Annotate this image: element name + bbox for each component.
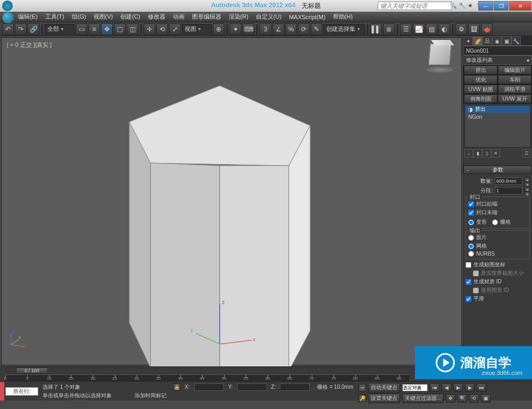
set-key-button[interactable]: 设置关键点 — [368, 394, 400, 403]
select-and-move-button[interactable]: ✥ — [101, 23, 113, 35]
mod-lathe-button[interactable]: 车削 — [498, 75, 531, 84]
object-name-field[interactable] — [463, 46, 532, 55]
selected-dropdown[interactable] — [402, 384, 428, 391]
add-time-tag-button[interactable]: 添加时间标记 — [135, 392, 167, 398]
perspective-viewport[interactable]: [ + 0 正交 ][真实 ] z — [1, 37, 462, 365]
mod-uvwmap-button[interactable]: UVW 贴图 — [464, 85, 497, 94]
lock-icon[interactable]: 🔒 — [173, 383, 180, 391]
mod-bevelprofile-button[interactable]: 倒角剖面 — [464, 94, 497, 103]
menu-edit[interactable]: 编辑(E) — [15, 12, 41, 22]
menu-graph-editors[interactable]: 图形编辑器 — [189, 12, 225, 22]
auto-key-button[interactable]: 自动关键点 — [368, 383, 400, 392]
cap-grid-radio[interactable] — [492, 219, 498, 225]
max-logo-icon[interactable] — [2, 12, 14, 23]
set-key-icon[interactable]: 🔑 — [359, 395, 366, 402]
next-frame-button[interactable]: ▶ — [465, 383, 475, 392]
mod-unwrap-button[interactable]: UVW 展开 — [498, 94, 531, 103]
nav-zoom-button[interactable]: 🔍 — [458, 394, 467, 403]
menu-rendering[interactable]: 渲染(R) — [226, 12, 252, 22]
y-coord-field[interactable] — [237, 383, 267, 391]
segments-spinner[interactable] — [495, 187, 522, 194]
wrench-icon[interactable]: 🔧 — [459, 2, 466, 10]
key-mode-icon[interactable]: ⊸ — [359, 384, 366, 391]
select-by-name-button[interactable]: ≡ — [88, 23, 100, 35]
menu-group[interactable]: 组(G) — [69, 12, 89, 22]
ref-coord-dropdown[interactable]: 视图 — [182, 24, 212, 35]
keyboard-shortcut-button[interactable]: ⌨ — [243, 23, 254, 35]
star-icon[interactable]: ★ — [468, 2, 475, 10]
goto-start-button[interactable]: ⏮ — [430, 383, 439, 392]
viewcube[interactable] — [424, 41, 456, 73]
material-editor-button[interactable]: ◐ — [438, 23, 450, 35]
scale-button[interactable]: ⤢ — [169, 23, 181, 35]
cap-morph-radio[interactable] — [468, 219, 474, 225]
configure-sets-button[interactable]: ☰ — [522, 149, 531, 158]
menu-tools[interactable]: 工具(T) — [42, 12, 68, 22]
output-mesh-radio[interactable] — [468, 243, 474, 249]
params-rollout-header[interactable]: 参数 — [463, 166, 532, 174]
schematic-view-button[interactable]: ▤ — [426, 23, 437, 35]
render-setup-button[interactable]: ⚙ — [455, 23, 467, 35]
output-patch-radio[interactable] — [468, 235, 474, 241]
window-close-button[interactable]: ✕ — [509, 1, 531, 11]
modifier-stack[interactable]: ◑ 挤出 NGon — [464, 105, 531, 148]
rendered-frame-button[interactable]: 🖼 — [468, 23, 480, 35]
edged-faces-button[interactable]: ✎ — [311, 23, 322, 35]
snap-toggle-button[interactable]: 3 — [260, 23, 271, 35]
selection-filter-dropdown[interactable]: 全部 — [45, 24, 74, 35]
time-slider[interactable]: 0 / 100 — [16, 367, 48, 374]
hierarchy-tab[interactable]: 品 — [483, 36, 492, 46]
percent-snap-button[interactable]: % — [285, 23, 297, 35]
prev-frame-button[interactable]: ◀ — [442, 383, 451, 392]
redo-button[interactable]: ↷ — [15, 23, 27, 35]
undo-button[interactable]: ↶ — [2, 23, 14, 35]
play-button[interactable]: ▶ — [453, 383, 463, 392]
window-minimize-button[interactable]: — — [478, 1, 493, 11]
mod-optimize-button[interactable]: 优化 — [464, 75, 497, 84]
mod-editpatch-button[interactable]: 编辑面片 — [498, 66, 531, 75]
create-tab[interactable]: ✦ — [463, 36, 473, 46]
cap-end-checkbox[interactable] — [468, 210, 474, 216]
show-end-result-button[interactable]: ▮ — [473, 149, 482, 158]
window-maximize-button[interactable]: ❐ — [494, 1, 509, 11]
menu-help[interactable]: 帮助(H) — [330, 12, 356, 22]
nav-max-button[interactable]: ▣ — [481, 394, 491, 403]
nav-orbit-button[interactable]: ⟲ — [469, 394, 479, 403]
menu-maxscript[interactable]: MAXScript(M) — [286, 13, 328, 21]
nav-pan-button[interactable]: ✥ — [446, 394, 455, 403]
key-filters-button[interactable]: 关键点过滤器... — [402, 394, 444, 403]
select-object-button[interactable]: ▭ — [76, 23, 87, 35]
menu-create[interactable]: 创建(C) — [117, 12, 143, 22]
amount-spinner-arrows[interactable]: ▴▾ — [525, 177, 530, 185]
spinner-snap-button[interactable]: ⟳ — [298, 23, 310, 35]
viewport-label[interactable]: [ + 0 正交 ][真实 ] — [7, 41, 52, 49]
gen-matids-checkbox[interactable] — [466, 279, 471, 285]
stack-item-ngon[interactable]: NGon — [465, 113, 530, 120]
menu-customize[interactable]: 自定义(U) — [253, 12, 285, 22]
motion-tab[interactable]: ◉ — [492, 36, 502, 46]
pivot-button[interactable]: ⊕ — [213, 23, 225, 35]
link-button[interactable]: 🔗 — [28, 23, 39, 35]
remove-modifier-button[interactable]: ✕ — [492, 149, 500, 158]
render-button[interactable]: 🫖 — [481, 23, 493, 35]
move-button[interactable]: ✢ — [144, 23, 155, 35]
mod-turbosmooth-button[interactable]: 涡轮平滑 — [498, 85, 531, 94]
menu-animation[interactable]: 动画 — [170, 12, 188, 22]
display-tab[interactable]: ▣ — [502, 36, 511, 46]
window-crossing-button[interactable]: ◫ — [127, 23, 138, 35]
goto-end-button[interactable]: ⏭ — [477, 383, 486, 392]
segments-spinner-arrows[interactable]: ▴▾ — [525, 187, 530, 194]
smooth-checkbox[interactable] — [466, 296, 471, 302]
binoculars-icon[interactable]: 🔍 — [450, 2, 457, 10]
pin-stack-button[interactable]: ⟂ — [464, 149, 473, 158]
curve-editor-button[interactable]: 📈 — [413, 23, 425, 35]
help-search-input[interactable] — [378, 2, 452, 10]
cap-start-checkbox[interactable] — [468, 201, 474, 207]
gen-mapping-checkbox[interactable] — [466, 262, 471, 268]
modifier-list-dropdown[interactable]: 修改器列表▾ — [463, 55, 532, 65]
menu-views[interactable]: 视图(V) — [90, 12, 117, 22]
modify-tab[interactable]: 🌈 — [473, 36, 483, 46]
named-selection-dropdown[interactable]: 创建选择集 — [323, 24, 365, 35]
make-unique-button[interactable]: ▯ — [483, 149, 491, 158]
stack-item-extrude[interactable]: ◑ 挤出 — [465, 105, 530, 113]
